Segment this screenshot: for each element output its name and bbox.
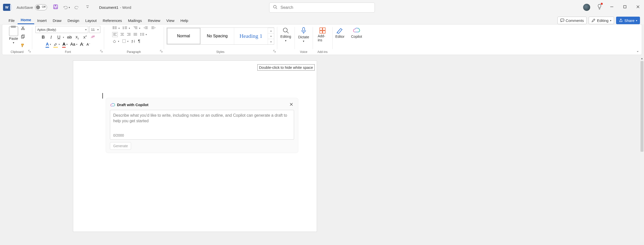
tips-icon[interactable] — [597, 4, 602, 11]
justify-button[interactable] — [134, 33, 137, 37]
autosave-toggle[interactable]: AutoSave Off — [17, 4, 47, 10]
chevron-down-icon[interactable]: ▾ — [76, 43, 77, 46]
copilot-button[interactable]: Copilot — [349, 26, 365, 39]
underline-button[interactable]: U — [57, 35, 61, 40]
decrease-indent-button[interactable] — [143, 26, 148, 30]
multilevel-list-button[interactable] — [133, 26, 138, 30]
font-color-button[interactable]: A — [62, 42, 65, 47]
dictate-button[interactable]: Dictate ▾ — [296, 26, 312, 43]
styles-gallery[interactable]: Normal No Spacing Heading 1 ▴ ▾ ▾ — [167, 27, 274, 45]
style-heading-1[interactable]: Heading 1 — [234, 28, 268, 44]
clear-formatting-icon[interactable]: A — [91, 35, 95, 40]
show-marks-button[interactable]: ¶ — [138, 39, 140, 44]
chevron-down-icon[interactable]: ▾ — [285, 39, 287, 42]
tab-file[interactable]: File — [6, 17, 18, 24]
autosave-switch[interactable]: Off — [35, 4, 47, 10]
increase-indent-button[interactable] — [151, 26, 155, 30]
tab-help[interactable]: Help — [177, 17, 191, 24]
style-no-spacing[interactable]: No Spacing — [200, 28, 234, 44]
paste-button[interactable]: Paste ▾ — [9, 26, 18, 49]
grow-font-button[interactable]: A — [80, 42, 83, 47]
ribbon-collapse-icon[interactable]: ⌄ — [636, 49, 639, 53]
tab-review[interactable]: Review — [145, 17, 163, 24]
shading-button[interactable] — [112, 39, 116, 44]
close-button[interactable] — [634, 3, 641, 11]
copilot-prompt-input[interactable]: Describe what you'd like to write, inclu… — [110, 110, 294, 140]
addins-button[interactable]: Add-ins — [315, 26, 330, 42]
tab-references[interactable]: References — [100, 17, 125, 24]
vertical-scrollbar[interactable]: ▴ — [640, 56, 644, 242]
chevron-down-icon[interactable]: ▾ — [127, 40, 129, 43]
chevron-down-icon[interactable]: ▾ — [303, 40, 304, 43]
chevron-down-icon[interactable]: ▾ — [66, 43, 68, 46]
tab-mailings[interactable]: Mailings — [125, 17, 145, 24]
font-size-combo[interactable]: 11 ▾ — [89, 26, 100, 33]
line-spacing-button[interactable] — [140, 33, 144, 37]
close-icon[interactable] — [289, 102, 294, 107]
document-title[interactable]: Document1 - Word — [99, 5, 131, 10]
cut-icon[interactable] — [21, 26, 25, 32]
highlight-button[interactable] — [54, 42, 58, 47]
superscript-button[interactable]: x2 — [83, 35, 88, 40]
tab-draw[interactable]: Draw — [50, 17, 64, 24]
borders-button[interactable] — [122, 39, 126, 44]
qat-customize-icon[interactable] — [86, 5, 89, 10]
document-canvas[interactable]: Double-click to hide white space Draft w… — [0, 56, 644, 245]
bold-button[interactable]: B — [41, 35, 46, 40]
editing-button[interactable]: Editing ▾ — [278, 26, 294, 42]
scroll-up-icon[interactable]: ▴ — [268, 28, 274, 33]
save-icon[interactable] — [53, 4, 58, 10]
share-button[interactable]: Share ▾ — [616, 17, 640, 24]
font-family-combo[interactable]: Aptos (Body) ▾ — [35, 26, 88, 33]
chevron-down-icon[interactable]: ▾ — [63, 36, 64, 39]
tab-view[interactable]: View — [163, 17, 177, 24]
italic-button[interactable]: I — [49, 35, 54, 40]
bullets-button[interactable] — [112, 26, 117, 30]
account-avatar[interactable] — [583, 3, 591, 11]
search-box[interactable] — [269, 3, 375, 13]
chevron-down-icon[interactable]: ▾ — [118, 40, 119, 43]
generate-button[interactable]: Generate — [110, 142, 131, 150]
style-normal[interactable]: Normal — [167, 28, 200, 44]
comments-button[interactable]: Comments — [557, 17, 587, 24]
tab-insert[interactable]: Insert — [34, 17, 50, 24]
align-right-button[interactable] — [127, 33, 131, 37]
chevron-down-icon[interactable]: ▾ — [13, 41, 14, 44]
sort-button[interactable]: AZ — [132, 39, 135, 44]
subscript-button[interactable]: x2 — [75, 35, 80, 40]
chevron-down-icon[interactable]: ▾ — [69, 6, 70, 9]
chevron-down-icon[interactable]: ▾ — [129, 27, 130, 29]
text-effects-button[interactable]: A — [46, 42, 49, 47]
align-left-button[interactable] — [112, 32, 117, 37]
chevron-down-icon[interactable]: ▾ — [50, 43, 51, 46]
maximize-button[interactable] — [621, 3, 628, 11]
align-center-button[interactable] — [120, 33, 124, 37]
minimize-button[interactable] — [608, 3, 615, 11]
shrink-font-button[interactable]: A — [87, 42, 89, 46]
chevron-down-icon[interactable]: ▾ — [59, 43, 60, 46]
page[interactable]: Double-click to hide white space Draft w… — [73, 60, 317, 232]
search-input[interactable] — [280, 5, 371, 10]
chevron-down-icon[interactable]: ▾ — [139, 27, 140, 29]
redo-button[interactable] — [74, 5, 79, 10]
dialog-launcher-icon[interactable] — [28, 49, 31, 54]
dialog-launcher-icon[interactable] — [160, 49, 163, 54]
scroll-down-icon[interactable]: ▾ — [268, 33, 274, 39]
tab-home[interactable]: Home — [18, 16, 34, 24]
numbering-button[interactable]: 123 — [123, 26, 127, 30]
editing-mode-button[interactable]: Editing ▾ — [589, 17, 614, 24]
dialog-launcher-icon[interactable] — [273, 49, 276, 54]
tab-design[interactable]: Design — [64, 17, 82, 24]
editor-button[interactable]: Editor — [333, 26, 347, 39]
change-case-button[interactable]: Aa — [70, 42, 75, 47]
dialog-launcher-icon[interactable] — [100, 49, 103, 54]
undo-button[interactable]: ▾ — [63, 5, 70, 10]
chevron-down-icon[interactable]: ▾ — [146, 33, 147, 36]
scroll-thumb[interactable] — [640, 61, 643, 152]
styles-expand-icon[interactable]: ▾ — [268, 39, 274, 44]
format-painter-icon[interactable] — [21, 43, 25, 49]
styles-scroll[interactable]: ▴ ▾ ▾ — [268, 28, 274, 44]
scroll-up-icon[interactable]: ▴ — [640, 56, 644, 60]
tab-layout[interactable]: Layout — [82, 17, 100, 24]
strikethrough-button[interactable]: ab — [67, 35, 72, 40]
